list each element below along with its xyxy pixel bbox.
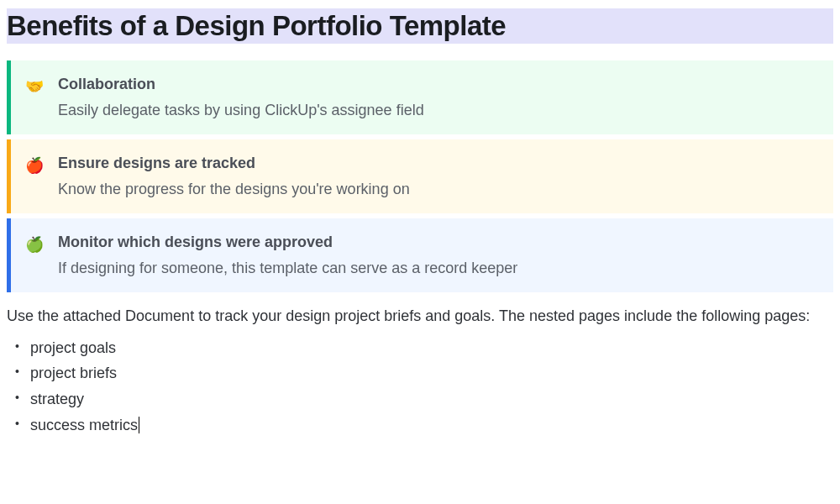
callout-description: If designing for someone, this template … (58, 260, 816, 277)
handshake-icon: 🤝 (11, 76, 58, 96)
callout-title: Ensure designs are tracked (58, 155, 816, 172)
callout-body: Collaboration Easily delegate tasks by u… (58, 76, 816, 119)
callout-collaboration[interactable]: 🤝 Collaboration Easily delegate tasks by… (7, 60, 833, 134)
callout-body: Monitor which designs were approved If d… (58, 234, 816, 277)
green-apple-icon: 🍏 (11, 234, 58, 254)
nested-pages-list[interactable]: project goals project briefs strategy su… (7, 335, 833, 438)
list-item[interactable]: project briefs (30, 360, 833, 386)
list-item[interactable]: success metrics (30, 412, 833, 438)
callout-description: Know the progress for the designs you're… (58, 181, 816, 198)
callout-body: Ensure designs are tracked Know the prog… (58, 155, 816, 198)
page-title[interactable]: Benefits of a Design Portfolio Template (7, 8, 833, 44)
text-cursor (139, 417, 139, 433)
callout-title: Collaboration (58, 76, 816, 93)
callout-monitor-approved[interactable]: 🍏 Monitor which designs were approved If… (7, 218, 833, 292)
list-item[interactable]: project goals (30, 335, 833, 361)
callout-ensure-tracked[interactable]: 🍎 Ensure designs are tracked Know the pr… (7, 139, 833, 213)
red-apple-icon: 🍎 (11, 155, 58, 175)
list-item[interactable]: strategy (30, 386, 833, 412)
list-item-text: success metrics (30, 417, 138, 433)
callout-title: Monitor which designs were approved (58, 234, 816, 251)
callout-description: Easily delegate tasks by using ClickUp's… (58, 102, 816, 119)
intro-paragraph[interactable]: Use the attached Document to track your … (7, 304, 833, 328)
